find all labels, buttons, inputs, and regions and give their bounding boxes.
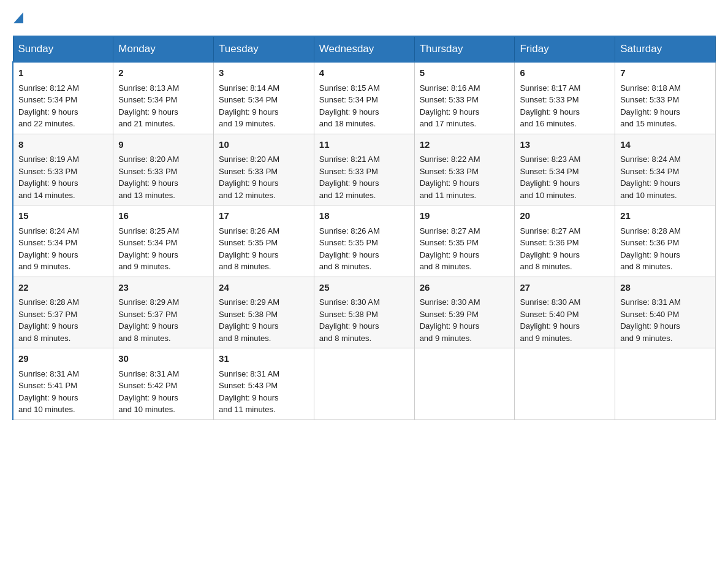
day-info: Sunrise: 8:14 AMSunset: 5:34 PMDaylight:… [219,82,309,130]
calendar-cell: 18Sunrise: 8:26 AMSunset: 5:35 PMDayligh… [314,205,414,277]
calendar-cell: 5Sunrise: 8:16 AMSunset: 5:33 PMDaylight… [414,62,515,134]
day-number: 24 [219,281,309,295]
day-number: 6 [520,66,610,80]
day-number: 5 [420,66,510,80]
calendar-cell: 15Sunrise: 8:24 AMSunset: 5:34 PMDayligh… [13,205,113,277]
day-number: 13 [520,138,610,152]
day-number: 26 [420,281,510,295]
calendar-cell: 16Sunrise: 8:25 AMSunset: 5:34 PMDayligh… [113,205,214,277]
day-info: Sunrise: 8:12 AMSunset: 5:34 PMDaylight:… [18,82,108,130]
calendar-cell: 24Sunrise: 8:29 AMSunset: 5:38 PMDayligh… [214,277,314,348]
calendar-cell: 19Sunrise: 8:27 AMSunset: 5:35 PMDayligh… [414,205,515,277]
day-info: Sunrise: 8:24 AMSunset: 5:34 PMDaylight:… [620,153,710,201]
calendar-cell: 3Sunrise: 8:14 AMSunset: 5:34 PMDaylight… [214,62,314,134]
day-info: Sunrise: 8:17 AMSunset: 5:33 PMDaylight:… [520,82,610,130]
day-number: 1 [18,66,108,80]
day-number: 30 [118,352,208,366]
day-info: Sunrise: 8:30 AMSunset: 5:38 PMDaylight:… [319,296,409,344]
day-info: Sunrise: 8:22 AMSunset: 5:33 PMDaylight:… [420,153,510,201]
calendar-week-row: 8Sunrise: 8:19 AMSunset: 5:33 PMDaylight… [13,134,716,205]
calendar-cell: 9Sunrise: 8:20 AMSunset: 5:33 PMDaylight… [113,134,214,205]
calendar-cell: 11Sunrise: 8:21 AMSunset: 5:33 PMDayligh… [314,134,414,205]
page-header [12,12,716,23]
day-info: Sunrise: 8:29 AMSunset: 5:37 PMDaylight:… [118,296,208,344]
calendar-table: SundayMondayTuesdayWednesdayThursdayFrid… [12,36,716,420]
day-number: 25 [319,281,409,295]
day-info: Sunrise: 8:26 AMSunset: 5:35 PMDaylight:… [319,225,409,273]
day-info: Sunrise: 8:20 AMSunset: 5:33 PMDaylight:… [118,153,208,201]
day-number: 3 [219,66,309,80]
day-number: 15 [18,209,108,223]
calendar-cell [615,348,716,420]
day-info: Sunrise: 8:31 AMSunset: 5:42 PMDaylight:… [118,368,208,416]
calendar-cell: 21Sunrise: 8:28 AMSunset: 5:36 PMDayligh… [615,205,716,277]
calendar-cell: 20Sunrise: 8:27 AMSunset: 5:36 PMDayligh… [515,205,615,277]
day-info: Sunrise: 8:28 AMSunset: 5:37 PMDaylight:… [18,296,108,344]
calendar-week-row: 29Sunrise: 8:31 AMSunset: 5:41 PMDayligh… [13,348,716,420]
day-number: 12 [420,138,510,152]
calendar-cell: 22Sunrise: 8:28 AMSunset: 5:37 PMDayligh… [13,277,113,348]
day-info: Sunrise: 8:18 AMSunset: 5:33 PMDaylight:… [620,82,710,130]
calendar-cell: 10Sunrise: 8:20 AMSunset: 5:33 PMDayligh… [214,134,314,205]
day-info: Sunrise: 8:31 AMSunset: 5:41 PMDaylight:… [18,368,108,416]
column-header-saturday: Saturday [615,36,716,62]
column-header-tuesday: Tuesday [214,36,314,62]
day-number: 20 [520,209,610,223]
day-number: 16 [118,209,208,223]
calendar-cell: 30Sunrise: 8:31 AMSunset: 5:42 PMDayligh… [113,348,214,420]
day-info: Sunrise: 8:29 AMSunset: 5:38 PMDaylight:… [219,296,309,344]
calendar-cell: 8Sunrise: 8:19 AMSunset: 5:33 PMDaylight… [13,134,113,205]
day-info: Sunrise: 8:30 AMSunset: 5:39 PMDaylight:… [420,296,510,344]
calendar-cell: 12Sunrise: 8:22 AMSunset: 5:33 PMDayligh… [414,134,515,205]
day-info: Sunrise: 8:21 AMSunset: 5:33 PMDaylight:… [319,153,409,201]
day-info: Sunrise: 8:16 AMSunset: 5:33 PMDaylight:… [420,82,510,130]
day-number: 14 [620,138,710,152]
calendar-cell: 6Sunrise: 8:17 AMSunset: 5:33 PMDaylight… [515,62,615,134]
day-info: Sunrise: 8:25 AMSunset: 5:34 PMDaylight:… [118,225,208,273]
calendar-header-row: SundayMondayTuesdayWednesdayThursdayFrid… [13,36,716,62]
column-header-sunday: Sunday [13,36,113,62]
calendar-cell: 14Sunrise: 8:24 AMSunset: 5:34 PMDayligh… [615,134,716,205]
day-info: Sunrise: 8:27 AMSunset: 5:35 PMDaylight:… [420,225,510,273]
day-number: 18 [319,209,409,223]
calendar-week-row: 15Sunrise: 8:24 AMSunset: 5:34 PMDayligh… [13,205,716,277]
day-number: 22 [18,281,108,295]
calendar-cell: 31Sunrise: 8:31 AMSunset: 5:43 PMDayligh… [214,348,314,420]
column-header-friday: Friday [515,36,615,62]
calendar-cell: 23Sunrise: 8:29 AMSunset: 5:37 PMDayligh… [113,277,214,348]
calendar-cell: 27Sunrise: 8:30 AMSunset: 5:40 PMDayligh… [515,277,615,348]
day-info: Sunrise: 8:20 AMSunset: 5:33 PMDaylight:… [219,153,309,201]
day-number: 9 [118,138,208,152]
calendar-cell [314,348,414,420]
calendar-cell: 17Sunrise: 8:26 AMSunset: 5:35 PMDayligh… [214,205,314,277]
day-number: 2 [118,66,208,80]
day-number: 7 [620,66,710,80]
column-header-thursday: Thursday [414,36,515,62]
calendar-cell [414,348,515,420]
calendar-cell: 29Sunrise: 8:31 AMSunset: 5:41 PMDayligh… [13,348,113,420]
calendar-cell: 1Sunrise: 8:12 AMSunset: 5:34 PMDaylight… [13,62,113,134]
day-info: Sunrise: 8:23 AMSunset: 5:34 PMDaylight:… [520,153,610,201]
calendar-cell: 2Sunrise: 8:13 AMSunset: 5:34 PMDaylight… [113,62,214,134]
day-number: 29 [18,352,108,366]
day-info: Sunrise: 8:19 AMSunset: 5:33 PMDaylight:… [18,153,108,201]
calendar-cell: 7Sunrise: 8:18 AMSunset: 5:33 PMDaylight… [615,62,716,134]
calendar-cell: 26Sunrise: 8:30 AMSunset: 5:39 PMDayligh… [414,277,515,348]
column-header-monday: Monday [113,36,214,62]
svg-marker-0 [13,12,23,23]
day-number: 10 [219,138,309,152]
day-number: 11 [319,138,409,152]
day-info: Sunrise: 8:24 AMSunset: 5:34 PMDaylight:… [18,225,108,273]
day-info: Sunrise: 8:28 AMSunset: 5:36 PMDaylight:… [620,225,710,273]
calendar-cell [515,348,615,420]
calendar-cell: 13Sunrise: 8:23 AMSunset: 5:34 PMDayligh… [515,134,615,205]
day-number: 31 [219,352,309,366]
day-number: 4 [319,66,409,80]
day-info: Sunrise: 8:26 AMSunset: 5:35 PMDaylight:… [219,225,309,273]
day-number: 17 [219,209,309,223]
day-info: Sunrise: 8:27 AMSunset: 5:36 PMDaylight:… [520,225,610,273]
day-info: Sunrise: 8:31 AMSunset: 5:43 PMDaylight:… [219,368,309,416]
calendar-cell: 4Sunrise: 8:15 AMSunset: 5:34 PMDaylight… [314,62,414,134]
calendar-cell: 25Sunrise: 8:30 AMSunset: 5:38 PMDayligh… [314,277,414,348]
calendar-cell: 28Sunrise: 8:31 AMSunset: 5:40 PMDayligh… [615,277,716,348]
